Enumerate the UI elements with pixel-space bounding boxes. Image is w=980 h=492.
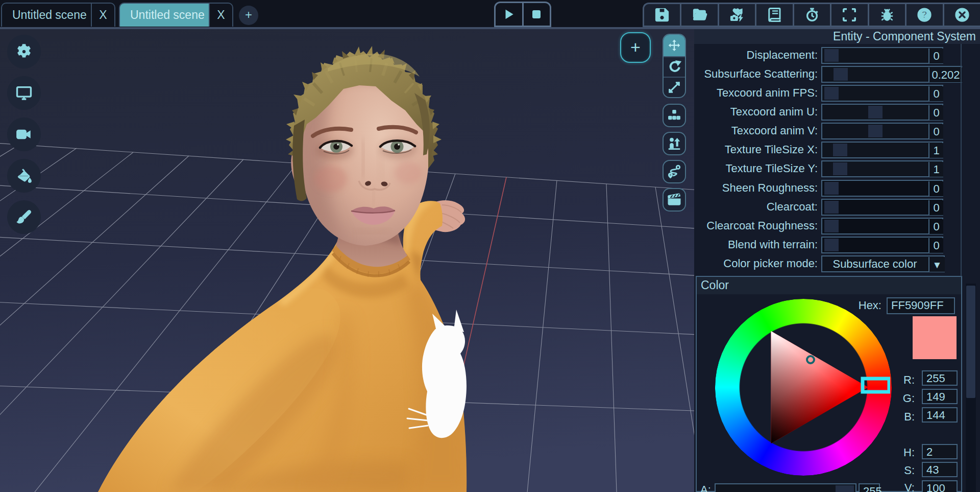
svg-text:?: ?: [922, 10, 927, 20]
